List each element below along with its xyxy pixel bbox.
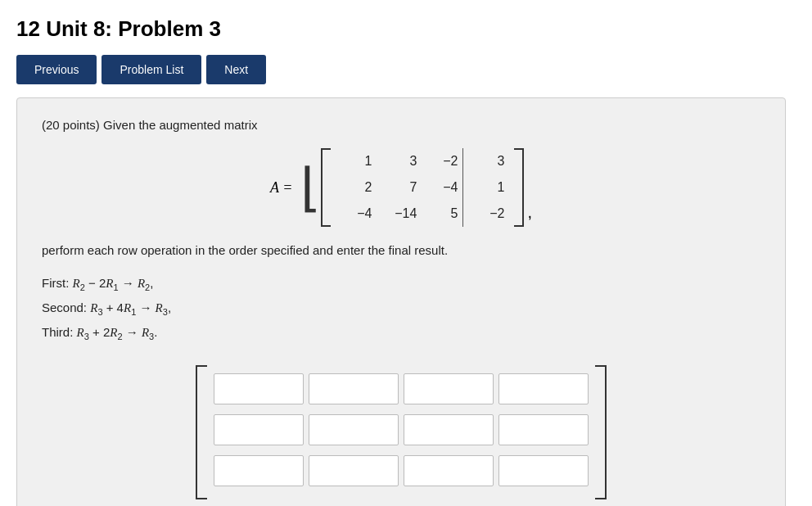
answer-r2c1[interactable] [214,414,304,445]
matrix-left-cols: 1 3 −2 2 7 −4 −4 −14 5 [336,148,462,227]
cell-r3c3: 5 [422,205,462,223]
page-title: 12 Unit 8: Problem 3 [16,16,796,42]
matrix-section: A = ⌊ 1 3 −2 2 7 −4 −4 −14 5 [42,148,760,227]
cell-r3c1: −4 [336,205,377,223]
cell-r2c1: 2 [336,178,377,197]
answer-r3c1[interactable] [214,455,304,486]
cell-r2c2: 7 [377,178,422,197]
answer-r1c2[interactable] [309,373,399,404]
row-operations: First: R2 − 2R1 → R2, Second: R3 + 4R1 →… [42,272,760,346]
answer-r2c4[interactable] [498,414,589,445]
instructions: perform each row operation in the order … [42,243,760,257]
answer-r3c4[interactable] [498,455,589,486]
matrix-label: A = [270,179,292,197]
cell-r1c1: 1 [336,152,377,170]
answer-r2c2[interactable] [309,414,399,445]
bracket-left: ⌊ [300,161,321,214]
next-button[interactable]: Next [206,55,266,84]
previous-button[interactable]: Previous [16,55,97,84]
cell-r3c4: −2 [468,205,509,223]
answer-r3c3[interactable] [404,455,494,486]
answer-r3c2[interactable] [309,455,399,486]
cell-r1c3: −2 [422,152,462,170]
answer-r1c3[interactable] [404,373,494,404]
problem-container: (20 points) Given the augmented matrix A… [16,97,786,506]
cell-r2c4: 1 [468,178,509,197]
answer-matrix-section [42,365,760,499]
cell-r1c4: 3 [468,152,509,170]
matrix-right-col: 3 1 −2 [462,148,509,227]
problem-list-button[interactable]: Problem List [102,55,201,84]
op-line-2: Second: R3 + 4R1 → R3, [42,296,760,321]
answer-r1c1[interactable] [214,373,304,404]
cell-r3c2: −14 [377,205,422,223]
matrix-comma: , [527,203,532,227]
matrix-wrapper: ⌊ 1 3 −2 2 7 −4 −4 −14 5 [300,148,532,227]
cell-r1c2: 3 [377,152,422,170]
matrix-inner: 1 3 −2 2 7 −4 −4 −14 5 3 1 −2 [336,148,509,227]
op-line-1: First: R2 − 2R1 → R2, [42,272,760,296]
answer-r1c4[interactable] [498,373,589,404]
answer-r2c3[interactable] [404,414,494,445]
navigation-buttons: Previous Problem List Next [16,55,796,84]
cell-r2c3: −4 [422,178,462,197]
answer-grid [207,365,595,499]
op-line-3: Third: R3 + 2R2 → R3. [42,321,760,346]
problem-intro: (20 points) Given the augmented matrix [42,118,760,132]
